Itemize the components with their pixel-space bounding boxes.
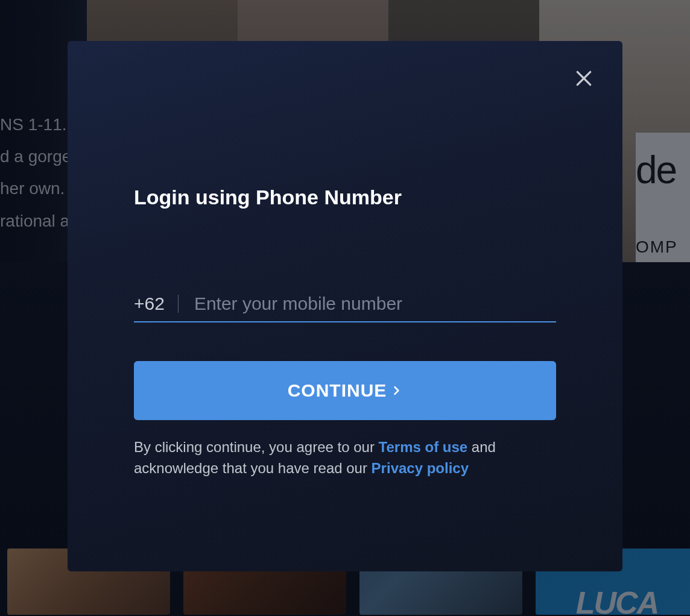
legal-prefix: By clicking continue, you agree to our	[134, 439, 379, 455]
continue-button[interactable]: CONTINUE	[134, 361, 556, 420]
phone-number-input[interactable]	[179, 294, 556, 314]
modal-overlay: Login using Phone Number +62 CONTINUE By…	[0, 0, 690, 616]
country-code-label[interactable]: +62	[134, 295, 179, 313]
close-button[interactable]	[571, 65, 597, 92]
privacy-policy-link[interactable]: Privacy policy	[372, 460, 469, 476]
legal-disclaimer: By clicking continue, you agree to our T…	[134, 437, 556, 479]
login-modal: Login using Phone Number +62 CONTINUE By…	[68, 41, 622, 571]
phone-input-container: +62	[134, 294, 556, 322]
close-icon	[574, 69, 593, 88]
modal-title: Login using Phone Number	[134, 186, 556, 209]
terms-of-use-link[interactable]: Terms of use	[379, 439, 468, 455]
continue-button-label: CONTINUE	[288, 380, 387, 401]
chevron-right-icon	[390, 385, 402, 397]
